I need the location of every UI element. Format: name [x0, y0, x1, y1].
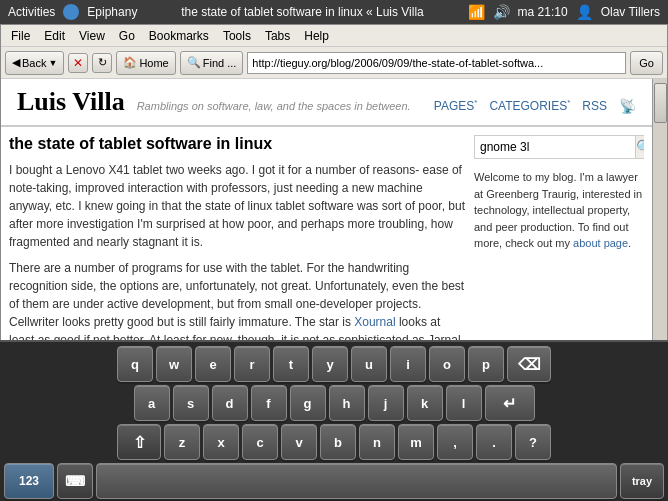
key-tray[interactable]: tray [620, 463, 664, 499]
menu-bar: File Edit View Go Bookmarks Tools Tabs H… [1, 25, 667, 47]
rss-nav[interactable]: RSS [582, 99, 607, 113]
key-o[interactable]: o [429, 346, 465, 382]
key-y[interactable]: y [312, 346, 348, 382]
key-backspace[interactable]: ⌫ [507, 346, 551, 382]
back-button[interactable]: ◀ Back ▼ [5, 51, 64, 75]
reload-button[interactable]: ↻ [92, 53, 112, 73]
kbd-row-2: a s d f g h j k l ↵ [4, 385, 664, 421]
key-p[interactable]: p [468, 346, 504, 382]
key-r[interactable]: r [234, 346, 270, 382]
menu-help[interactable]: Help [298, 28, 335, 44]
key-i[interactable]: i [390, 346, 426, 382]
key-n[interactable]: n [359, 424, 395, 460]
key-w[interactable]: w [156, 346, 192, 382]
back-chevron-icon: ▼ [48, 58, 57, 68]
key-return[interactable]: ↵ [485, 385, 535, 421]
key-comma[interactable]: , [437, 424, 473, 460]
post-title: the state of tablet software in linux [9, 135, 466, 153]
search-input[interactable] [475, 137, 635, 157]
menu-file[interactable]: File [5, 28, 36, 44]
menu-tabs[interactable]: Tabs [259, 28, 296, 44]
time-display: ma 21:10 [518, 5, 568, 19]
key-u[interactable]: u [351, 346, 387, 382]
user-icon: 👤 [576, 4, 593, 20]
key-k[interactable]: k [407, 385, 443, 421]
key-num-toggle[interactable]: 123 [4, 463, 54, 499]
reload-icon: ↻ [98, 56, 107, 69]
key-e[interactable]: e [195, 346, 231, 382]
go-button[interactable]: Go [630, 51, 663, 75]
key-l[interactable]: l [446, 385, 482, 421]
pages-nav[interactable]: PAGES* [434, 98, 478, 113]
back-icon: ◀ [12, 56, 20, 69]
key-m[interactable]: m [398, 424, 434, 460]
menu-tools[interactable]: Tools [217, 28, 257, 44]
key-f[interactable]: f [251, 385, 287, 421]
menu-go[interactable]: Go [113, 28, 141, 44]
blog-subtitle: Ramblings on software, law, and the spac… [137, 100, 411, 112]
url-bar[interactable] [247, 52, 626, 74]
scrollbar-thumb[interactable] [654, 83, 667, 123]
menu-bookmarks[interactable]: Bookmarks [143, 28, 215, 44]
kbd-row-3: ⇧ z x c v b n m , . ? [4, 424, 664, 460]
key-shift[interactable]: ⇧ [117, 424, 161, 460]
kbd-row-4: 123 ⌨ tray [4, 463, 664, 499]
back-label: Back [22, 57, 46, 69]
window-title: the state of tablet software in linux « … [181, 5, 424, 19]
about-page-link[interactable]: about page [573, 237, 628, 249]
key-question[interactable]: ? [515, 424, 551, 460]
key-special-1[interactable]: ⌨ [57, 463, 93, 499]
sidebar-bio: Welcome to my blog. I'm a lawyer at Gree… [474, 169, 644, 252]
xournal-link[interactable]: Xournal [354, 315, 395, 329]
volume-icon: 🔊 [493, 4, 510, 20]
find-label: Find ... [203, 57, 237, 69]
search-box: 🔍 [474, 135, 644, 159]
activities-btn[interactable]: Activities [8, 5, 55, 19]
kbd-row-1: q w e r t y u i o p ⌫ [4, 346, 664, 382]
key-h[interactable]: h [329, 385, 365, 421]
key-space[interactable] [96, 463, 617, 499]
network-icon: 📶 [468, 4, 485, 20]
key-t[interactable]: t [273, 346, 309, 382]
find-button[interactable]: 🔍 Find ... [180, 51, 244, 75]
home-icon: 🏠 [123, 56, 137, 69]
key-s[interactable]: s [173, 385, 209, 421]
stop-button[interactable]: ✕ [68, 53, 88, 73]
key-period[interactable]: . [476, 424, 512, 460]
blog-header: Luis Villa Ramblings on software, law, a… [1, 79, 652, 127]
key-q[interactable]: q [117, 346, 153, 382]
post-body: I bought a Lenovo X41 tablet two weeks a… [9, 161, 466, 367]
post-paragraph-1: I bought a Lenovo X41 tablet two weeks a… [9, 161, 466, 251]
app-name-label: Epiphany [87, 5, 137, 19]
find-icon: 🔍 [187, 56, 201, 69]
app-icon [63, 4, 79, 20]
blog-nav: PAGES* CATEGORIES* RSS 📡 [434, 98, 636, 114]
home-label: Home [139, 57, 168, 69]
search-icon: 🔍 [636, 139, 644, 155]
key-g[interactable]: g [290, 385, 326, 421]
key-a[interactable]: a [134, 385, 170, 421]
key-d[interactable]: d [212, 385, 248, 421]
system-bar: Activities Epiphany the state of tablet … [0, 0, 668, 24]
categories-nav[interactable]: CATEGORIES* [489, 98, 570, 113]
key-z[interactable]: z [164, 424, 200, 460]
user-name: Olav Tillers [601, 5, 660, 19]
stop-icon: ✕ [73, 56, 83, 70]
key-c[interactable]: c [242, 424, 278, 460]
menu-edit[interactable]: Edit [38, 28, 71, 44]
keyboard-overlay: q w e r t y u i o p ⌫ a s d f g h j k l … [0, 340, 668, 501]
blog-title: Luis Villa [17, 87, 125, 117]
nav-bar: ◀ Back ▼ ✕ ↻ 🏠 Home 🔍 Find ... Go [1, 47, 667, 79]
key-j[interactable]: j [368, 385, 404, 421]
rss-icon: 📡 [619, 98, 636, 114]
key-x[interactable]: x [203, 424, 239, 460]
key-b[interactable]: b [320, 424, 356, 460]
search-button[interactable]: 🔍 [635, 136, 644, 158]
key-v[interactable]: v [281, 424, 317, 460]
menu-view[interactable]: View [73, 28, 111, 44]
home-button[interactable]: 🏠 Home [116, 51, 175, 75]
